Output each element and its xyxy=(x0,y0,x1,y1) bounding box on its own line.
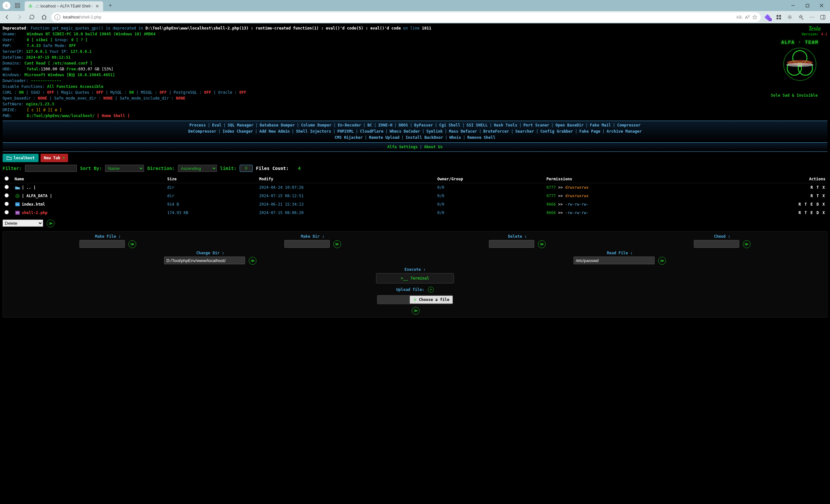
menu-item[interactable]: En-Decoder xyxy=(338,123,361,127)
drive-d-link[interactable]: [ d ] xyxy=(39,108,50,112)
settings-gear-icon[interactable] xyxy=(785,12,795,22)
menu-item[interactable]: DDOS xyxy=(398,123,408,127)
limit-input[interactable] xyxy=(240,165,253,172)
menu-item[interactable]: BruteForcer xyxy=(483,129,509,134)
menu-item[interactable]: About Us xyxy=(424,145,443,149)
select-all-radio[interactable] xyxy=(4,177,9,181)
menu-item[interactable]: BC xyxy=(368,123,372,127)
make-dir-go[interactable]: ≫ xyxy=(333,240,341,248)
menu-item[interactable]: PHP2XML xyxy=(337,129,354,134)
menu-item[interactable]: Compressor xyxy=(617,123,641,127)
menu-item[interactable]: Open BaseDir xyxy=(555,123,583,127)
read-file-input[interactable] xyxy=(574,256,655,264)
sortby-select[interactable]: Name xyxy=(105,165,144,172)
back-button[interactable] xyxy=(2,12,12,22)
menu-item[interactable]: Alfa Settings xyxy=(387,145,418,149)
menu-item[interactable]: Install BackDoor xyxy=(406,135,443,140)
menu-item[interactable]: SSI SHELL xyxy=(467,123,488,127)
menu-item[interactable]: Config Grabber xyxy=(540,129,573,134)
menu-item[interactable]: Shell Injectors xyxy=(296,129,331,134)
forward-button[interactable] xyxy=(14,12,25,22)
favorite-icon[interactable] xyxy=(752,14,757,20)
menu-item[interactable]: Symlink xyxy=(426,129,443,134)
menu-item[interactable]: Hash Tools xyxy=(494,123,517,127)
new-tab-button[interactable]: + xyxy=(106,1,115,10)
close-window-button[interactable] xyxy=(815,0,829,11)
menu-item[interactable]: SQL Manager xyxy=(228,123,253,127)
upload-go-button[interactable]: ≫ xyxy=(412,307,419,315)
menu-item[interactable]: Port Scaner xyxy=(523,123,549,127)
profile-avatar[interactable] xyxy=(3,2,10,9)
choose-file-button[interactable]: Choose a file xyxy=(377,295,453,304)
row-actions[interactable]: R T E D X xyxy=(714,200,827,209)
row-actions[interactable]: R T X xyxy=(714,192,827,200)
menu-item[interactable]: Whmcs DeCoder xyxy=(390,129,420,134)
menu-item[interactable]: Searcher xyxy=(515,129,534,134)
chmod-input[interactable] xyxy=(694,240,739,248)
grid-icon[interactable] xyxy=(774,12,784,22)
home-button[interactable] xyxy=(39,12,49,22)
make-dir-input[interactable] xyxy=(284,240,330,248)
chmod-go[interactable]: ≫ xyxy=(743,240,751,248)
change-dir-input[interactable] xyxy=(164,256,245,264)
file-name-link[interactable]: | .. | xyxy=(22,185,36,189)
sidebar-toggle-icon[interactable] xyxy=(818,12,828,22)
menu-item[interactable]: Whois xyxy=(449,135,461,140)
site-info-icon[interactable]: i xyxy=(55,14,60,20)
translate-hint[interactable]: aあ xyxy=(736,14,742,20)
address-bar[interactable]: i localhost/shell-2.php aあ A)) xyxy=(51,12,761,22)
menu-item[interactable]: Index Changer xyxy=(223,129,253,134)
maximize-button[interactable] xyxy=(800,0,815,11)
delete-go[interactable]: ≫ xyxy=(538,240,546,248)
menu-item[interactable]: Remote Upload xyxy=(369,135,400,140)
menu-item[interactable]: DeCompressor xyxy=(188,129,217,134)
menu-item[interactable]: Column Dumper xyxy=(301,123,332,127)
menu-item[interactable]: ZONE-H xyxy=(378,123,392,127)
drive-e-link[interactable]: [ e ] xyxy=(50,108,62,112)
shell-tab-new[interactable]: New Tab + xyxy=(40,154,68,162)
file-name-link[interactable]: shell-2.php xyxy=(22,210,47,215)
menu-item[interactable]: Fake Page xyxy=(579,129,601,134)
menu-item[interactable]: Mass Defacer xyxy=(449,129,477,134)
file-name-link[interactable]: index.html xyxy=(22,202,45,206)
direction-select[interactable]: Ascending xyxy=(178,165,217,172)
read-aloud-icon[interactable]: A)) xyxy=(745,14,749,20)
upload-add-button[interactable]: + xyxy=(428,287,434,292)
menu-item[interactable]: ByPasser xyxy=(414,123,433,127)
minimize-button[interactable] xyxy=(786,0,800,11)
row-select-radio[interactable] xyxy=(4,193,9,197)
bulk-action-select[interactable]: Delete xyxy=(3,220,43,227)
extension-icon[interactable]: 4 xyxy=(763,12,773,22)
shell-tab-current[interactable]: localhost xyxy=(3,154,39,162)
change-dir-go[interactable]: ≫ xyxy=(249,257,256,265)
favorites-list-icon[interactable] xyxy=(796,12,806,22)
filter-input[interactable] xyxy=(25,165,77,172)
file-name-link[interactable]: | ALFA_DATA | xyxy=(22,193,52,198)
make-file-go[interactable]: ≫ xyxy=(128,240,136,248)
menu-item[interactable]: Process xyxy=(189,123,206,127)
menu-item[interactable]: CloudFlare xyxy=(360,129,383,134)
refresh-button[interactable] xyxy=(27,12,37,22)
read-file-go[interactable]: ≫ xyxy=(658,257,666,265)
menu-button[interactable]: ⋯ xyxy=(807,12,817,22)
drive-c-link[interactable]: [ c ] xyxy=(27,108,38,112)
row-select-radio[interactable] xyxy=(4,202,9,206)
row-select-radio[interactable] xyxy=(4,210,9,214)
delete-input[interactable] xyxy=(489,240,534,248)
tab-close-button[interactable]: ✕ xyxy=(95,4,100,9)
terminal-button[interactable]: >__Terminal xyxy=(376,273,454,283)
make-file-input[interactable] xyxy=(79,240,125,248)
workspaces-icon[interactable] xyxy=(13,1,22,10)
bulk-go-button[interactable]: ≫ xyxy=(47,220,55,227)
menu-item[interactable]: Remove Shell xyxy=(467,135,496,140)
menu-item[interactable]: Cgi Shell xyxy=(439,123,460,127)
row-actions[interactable]: R T X xyxy=(714,183,827,192)
browser-tab[interactable]: .::: localhost ~ ALFA TEaM Shell - ✕ xyxy=(25,1,103,11)
row-select-radio[interactable] xyxy=(4,185,9,189)
menu-item[interactable]: Database Dumper xyxy=(260,123,295,127)
row-actions[interactable]: R T E D X xyxy=(714,209,827,217)
menu-item[interactable]: Eval xyxy=(212,123,221,127)
menu-item[interactable]: Fake Mail xyxy=(590,123,611,127)
menu-item[interactable]: Add New Admin xyxy=(259,129,290,134)
menu-item[interactable]: CMS Hijacker xyxy=(334,135,363,140)
